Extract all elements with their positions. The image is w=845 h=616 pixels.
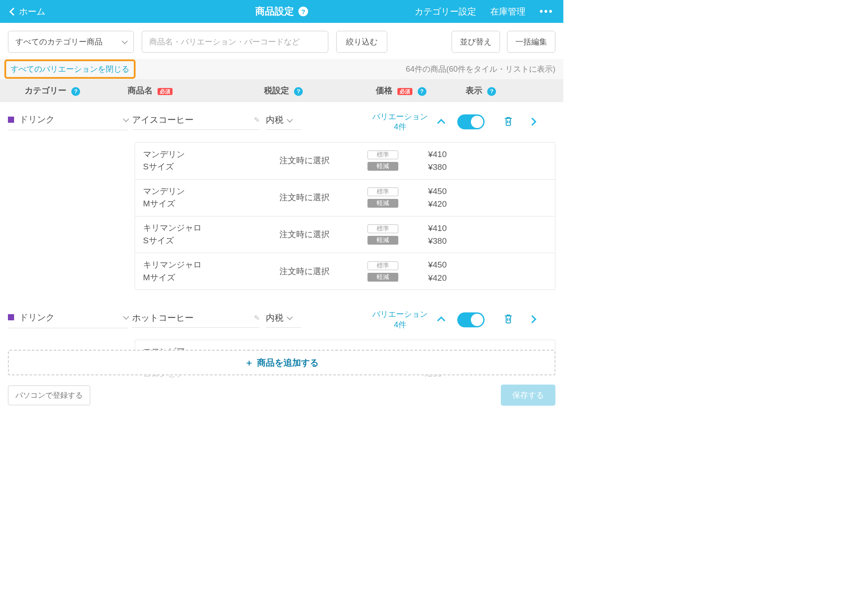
search-input[interactable]: 商品名・バリエーション・バーコードなど <box>142 31 328 53</box>
variation-label: バリエーション <box>367 112 433 122</box>
close-all-variations-link[interactable]: すべてのバリエーションを閉じる <box>4 59 136 79</box>
variation-info: バリエーション 4件 <box>367 112 433 132</box>
pencil-icon: ✎ <box>254 314 260 322</box>
save-button[interactable]: 保存する <box>501 385 555 406</box>
price-standard: ¥450 <box>398 258 447 271</box>
save-label: 保存する <box>512 391 544 400</box>
col-category-label: カテゴリー <box>25 86 66 95</box>
category-name: ドリンク <box>19 312 118 323</box>
variation-tax-note: 注文時に選択 <box>279 266 367 277</box>
tax-tag-standard: 標準 <box>367 261 398 270</box>
row-detail-button[interactable] <box>529 315 535 324</box>
app-header: ホーム 商品設定 ? カテゴリー設定 在庫管理 ••• <box>0 0 563 23</box>
variation-tax-note: 注文時に選択 <box>279 192 367 203</box>
variation-row[interactable]: キリマンジャロ Sサイズ 注文時に選択 標準 軽減 ¥410 ¥380 <box>135 216 555 253</box>
tax-tag-standard: 標準 <box>367 150 398 159</box>
chevron-up-icon <box>437 119 445 127</box>
back-button[interactable]: ホーム <box>0 6 45 18</box>
more-menu-icon[interactable]: ••• <box>540 6 554 17</box>
category-select[interactable]: ドリンク <box>8 312 128 328</box>
variation-name-line2: Mサイズ <box>143 198 279 210</box>
col-price-label: 価格 <box>376 86 393 95</box>
delete-button[interactable] <box>503 313 514 326</box>
tax-select[interactable]: 内税 <box>266 114 301 130</box>
toolbar: すべてのカテゴリー商品 商品名・バリエーション・バーコードなど 絞り込む 並び替… <box>0 23 563 59</box>
product-name-input[interactable]: アイスコーヒー ✎ <box>132 114 260 130</box>
tax-select[interactable]: 内税 <box>266 312 301 328</box>
help-icon[interactable]: ? <box>71 87 80 96</box>
row-detail-button[interactable] <box>529 117 535 127</box>
tax-text: 内税 <box>266 312 283 324</box>
tax-tag-reduced: 軽減 <box>367 199 398 208</box>
price-standard: ¥450 <box>398 185 447 198</box>
tax-tag-standard: 標準 <box>367 224 398 233</box>
variation-row[interactable]: マンデリン Mサイズ 注文時に選択 標準 軽減 ¥450 ¥420 <box>135 180 555 216</box>
delete-button[interactable] <box>503 115 514 129</box>
collapse-variations-button[interactable] <box>438 315 444 324</box>
register-pc-label: パソコンで登録する <box>15 391 83 400</box>
footer: パソコンで登録する 保存する <box>0 380 563 411</box>
product-row: ドリンク ホットコーヒー ✎ 内税 バリエーション 4件 <box>0 300 563 334</box>
chevron-down-icon <box>287 314 293 320</box>
variation-info: バリエーション 4件 <box>367 309 433 330</box>
variation-name-line2: Sサイズ <box>143 235 279 247</box>
display-toggle[interactable] <box>457 114 485 129</box>
bulk-edit-button[interactable]: 一括編集 <box>507 31 555 53</box>
page-title: 商品設定 ? <box>255 5 308 18</box>
filter-button[interactable]: 絞り込む <box>336 31 387 53</box>
price-standard: ¥410 <box>398 148 447 161</box>
bulk-label: 一括編集 <box>515 37 547 47</box>
chevron-down-icon <box>121 38 128 44</box>
price-standard: ¥410 <box>398 222 447 235</box>
tax-tag-reduced: 軽減 <box>367 273 398 282</box>
col-name-label: 商品名 <box>128 86 153 95</box>
help-icon[interactable]: ? <box>418 87 426 96</box>
collapse-variations-button[interactable] <box>438 117 444 127</box>
product-count-text: 64件の商品(60件をタイル・リストに表示) <box>406 64 555 74</box>
variation-table: マンデリン Sサイズ 注文時に選択 標準 軽減 ¥410 ¥380 マンデリン … <box>135 142 555 290</box>
tax-tag-reduced: 軽減 <box>367 236 398 245</box>
chevron-down-icon <box>123 314 129 320</box>
product-name-text: アイスコーヒー <box>132 114 250 126</box>
help-icon[interactable]: ? <box>294 87 303 96</box>
column-headers: カテゴリー ? 商品名 必須 税設定 ? 価格 必須 ? 表示 ? <box>0 79 563 102</box>
product-name-input[interactable]: ホットコーヒー ✎ <box>132 312 260 328</box>
price-reduced: ¥380 <box>398 235 447 247</box>
nav-stock-management[interactable]: 在庫管理 <box>490 6 525 18</box>
variation-name-line1: キリマンジャロ <box>143 259 279 271</box>
pencil-icon: ✎ <box>254 116 260 124</box>
category-select[interactable]: ドリンク <box>8 114 128 130</box>
chevron-down-icon <box>287 116 293 122</box>
add-product-button[interactable]: ＋ 商品を追加する <box>8 350 555 375</box>
required-badge: 必須 <box>397 88 412 95</box>
variation-row[interactable]: マンデリン Sサイズ 注文時に選択 標準 軽減 ¥410 ¥380 <box>135 143 555 180</box>
price-reduced: ¥420 <box>398 271 447 284</box>
back-label: ホーム <box>19 6 45 18</box>
search-placeholder: 商品名・バリエーション・バーコードなど <box>149 37 300 47</box>
help-icon[interactable]: ? <box>487 87 496 96</box>
variation-label: バリエーション <box>367 309 433 319</box>
category-name: ドリンク <box>19 114 118 125</box>
help-icon[interactable]: ? <box>298 7 308 16</box>
sort-button[interactable]: 並び替え <box>452 31 500 53</box>
chevron-up-icon <box>437 316 445 324</box>
variation-name-line1: マンデリン <box>143 185 279 198</box>
variation-row[interactable]: キリマンジャロ Mサイズ 注文時に選択 標準 軽減 ¥450 ¥420 <box>135 253 555 290</box>
col-tax-label: 税設定 <box>264 86 289 95</box>
price-reduced: ¥380 <box>398 161 447 173</box>
display-toggle[interactable] <box>457 312 485 327</box>
title-text: 商品設定 <box>255 5 294 18</box>
trash-icon <box>503 313 514 324</box>
sub-bar: すべてのバリエーションを閉じる 64件の商品(60件をタイル・リストに表示) <box>0 59 563 79</box>
register-on-pc-button[interactable]: パソコンで登録する <box>8 385 90 405</box>
category-filter-label: すべてのカテゴリー商品 <box>15 37 103 47</box>
category-filter-select[interactable]: すべてのカテゴリー商品 <box>8 31 134 53</box>
plus-icon: ＋ <box>245 357 254 369</box>
nav-category-settings[interactable]: カテゴリー設定 <box>415 6 476 18</box>
chevron-right-icon <box>528 117 536 125</box>
variation-name-line1: マンデリン <box>143 148 279 161</box>
chevron-down-icon <box>123 116 129 122</box>
product-name-text: ホットコーヒー <box>132 312 250 324</box>
variation-name-line2: Sサイズ <box>143 161 279 173</box>
variation-name-line1: キリマンジャロ <box>143 222 279 235</box>
